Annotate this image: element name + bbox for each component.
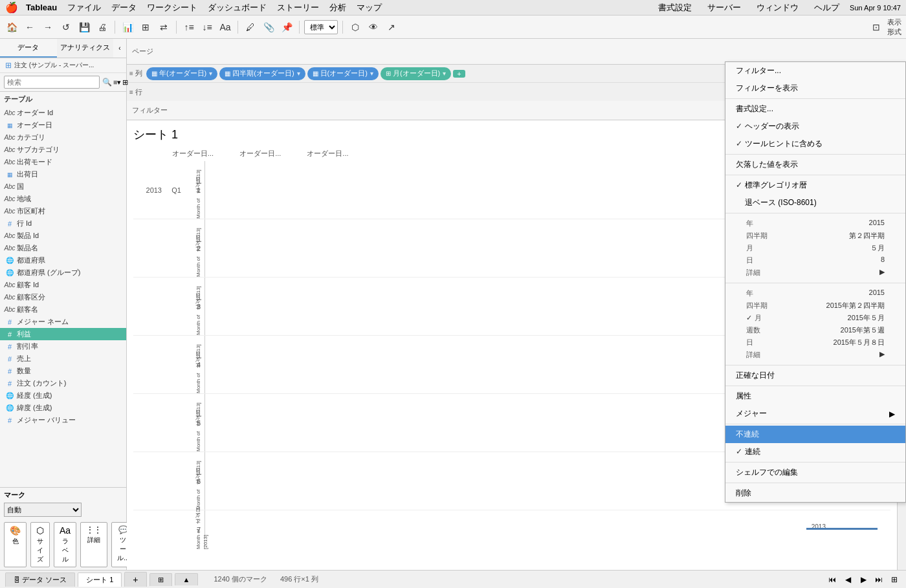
menu-edit-shelf[interactable]: シェルフでの編集: [725, 464, 905, 481]
menu-gregorian[interactable]: ✓標準グレゴリオ暦: [725, 177, 905, 194]
menu-dashboard[interactable]: ダッシュボード: [203, 2, 272, 14]
sidebar-toggle[interactable]: ⊡: [868, 19, 884, 35]
share-btn[interactable]: ⬡: [348, 19, 363, 35]
mark-label-btn[interactable]: Aa ラベル: [54, 522, 76, 567]
refresh-btn[interactable]: ↺: [58, 19, 74, 35]
field-customer-name[interactable]: Abc 顧客名: [0, 303, 126, 316]
col-pill-quarter[interactable]: ▦ 四半期(オーダー日) ▾: [219, 67, 305, 80]
sheet-tab[interactable]: シート 1: [78, 572, 122, 587]
menu-data[interactable]: データ: [106, 2, 142, 14]
field-row-id[interactable]: # 行 Id: [0, 217, 126, 230]
collapse-sidebar-btn[interactable]: ‹: [113, 39, 126, 58]
menu-story[interactable]: ストーリー: [272, 2, 324, 14]
field-profit[interactable]: # 利益: [0, 328, 126, 340]
field-customer-id[interactable]: Abc 顧客 Id: [0, 279, 126, 291]
apple-menu[interactable]: 🍎: [5, 1, 18, 14]
view-btn[interactable]: 👁: [366, 19, 381, 35]
add-sheet-btn[interactable]: +: [124, 572, 146, 587]
field-customer-type[interactable]: Abc 顧客区分: [0, 291, 126, 303]
sort-desc-btn[interactable]: ↓≡: [199, 19, 215, 35]
tab-analytics[interactable]: アナリティクス: [57, 39, 114, 58]
field-order-date[interactable]: ▦ オーダー日: [0, 119, 126, 131]
present-btn[interactable]: ▲: [175, 573, 199, 585]
col-pill-month[interactable]: ⊞ 月(オーダー日) ▾: [381, 67, 451, 80]
field-ship-mode[interactable]: Abc 出荷モード: [0, 156, 126, 168]
menu-iso[interactable]: 退ベース (ISO-8601): [725, 194, 905, 212]
menu-include-tooltip[interactable]: ✓ツールヒントに含める: [725, 135, 905, 153]
menu-file[interactable]: ファイル: [62, 2, 106, 14]
new-sheet-btn[interactable]: 📊: [120, 19, 135, 35]
field-ship-date[interactable]: ▦ 出荷日: [0, 168, 126, 180]
field-longitude[interactable]: 🌐 経度 (生成): [0, 389, 126, 402]
highlight-btn[interactable]: 🖊: [243, 19, 258, 35]
mark-size-btn[interactable]: ⬡ サイズ: [30, 522, 50, 567]
mark-color-btn[interactable]: 🎨 色: [4, 522, 27, 567]
field-category[interactable]: Abc カテゴリ: [0, 131, 126, 144]
menu-help[interactable]: ヘルプ: [809, 2, 845, 14]
search-input[interactable]: [4, 76, 100, 89]
menu-show-missing[interactable]: 欠落した値を表示: [725, 156, 905, 173]
export-btn[interactable]: ↗: [384, 19, 399, 35]
menu-measure[interactable]: メジャー ▶: [725, 405, 905, 422]
field-discount[interactable]: # 割引率: [0, 340, 126, 353]
col-pill-year[interactable]: ▦ 年(オーダー日) ▾: [146, 67, 217, 80]
menu-window[interactable]: ウィンドウ: [751, 2, 804, 14]
menu-tableau[interactable]: Tableau: [21, 3, 62, 12]
data-source-tab[interactable]: 🗄 データ ソース: [5, 572, 75, 587]
format-btn[interactable]: 表示形式: [887, 19, 902, 35]
menu-worksheet[interactable]: ワークシート: [142, 2, 203, 14]
dup-sheet-btn[interactable]: ⊞: [149, 573, 172, 586]
home-btn[interactable]: 🏠: [4, 19, 19, 35]
field-country[interactable]: Abc 国: [0, 180, 126, 193]
fit-dropdown[interactable]: 標準: [304, 20, 338, 34]
annotate-btn[interactable]: 📌: [279, 19, 294, 35]
field-product-id[interactable]: Abc 製品 Id: [0, 230, 126, 242]
view-toggle-icon[interactable]: ⊞: [122, 78, 128, 87]
col-pill-day[interactable]: ▦ 日(オーダー日) ▾: [307, 67, 379, 80]
mark-detail-btn[interactable]: ⋮⋮ 詳細: [80, 522, 107, 567]
add-to-shelf-btn[interactable]: +: [453, 70, 465, 78]
nav-first-btn[interactable]: ⏮: [826, 573, 839, 586]
menu-exact-date[interactable]: 正確な日付: [725, 367, 905, 384]
menu-server[interactable]: サーバー: [702, 2, 746, 14]
forward-btn[interactable]: →: [40, 19, 56, 35]
menu-format[interactable]: 書式設定...: [725, 100, 905, 118]
menu-format[interactable]: 書式設定: [653, 2, 697, 14]
field-sales[interactable]: # 売上: [0, 353, 126, 365]
print-btn[interactable]: 🖨: [94, 19, 110, 35]
data-row-detail2[interactable]: 詳細 ▶: [736, 349, 895, 361]
sort-asc-btn[interactable]: ↑≡: [181, 19, 197, 35]
nav-prev-btn[interactable]: ◀: [841, 573, 854, 586]
dup-btn[interactable]: ⊞: [138, 19, 153, 35]
back-btn[interactable]: ←: [22, 19, 38, 35]
field-measure-name[interactable]: # メジャー ネーム: [0, 316, 126, 328]
swap-btn[interactable]: ⇄: [156, 19, 171, 35]
nav-last-btn[interactable]: ⏭: [872, 573, 885, 586]
field-measure-values[interactable]: # メジャー バリュー: [0, 414, 126, 426]
menu-map[interactable]: マップ: [351, 2, 387, 14]
field-prefecture-group[interactable]: 🌐 都道府県 (グループ): [0, 267, 126, 279]
menu-delete[interactable]: 削除: [725, 485, 905, 502]
field-order-count[interactable]: # 注文 (カウント): [0, 377, 126, 389]
menu-attribute[interactable]: 属性: [725, 387, 905, 405]
nav-next-btn[interactable]: ▶: [857, 573, 870, 586]
field-latitude[interactable]: 🌐 緯度 (生成): [0, 402, 126, 414]
marks-type-select[interactable]: 自動: [4, 503, 82, 517]
field-subcategory[interactable]: Abc サブカテゴリ: [0, 144, 126, 156]
menu-discrete[interactable]: 不連続: [725, 426, 905, 443]
grid-view-btn[interactable]: ⊞: [888, 573, 901, 586]
data-row-detail1[interactable]: 詳細 ▶: [736, 267, 895, 279]
search-icon[interactable]: 🔍: [102, 78, 112, 87]
menu-show-filter[interactable]: フィルターを表示: [725, 80, 905, 97]
menu-continuous[interactable]: ✓連続: [725, 443, 905, 461]
save-btn[interactable]: 💾: [76, 19, 92, 35]
field-order-id[interactable]: Abc オーダー Id: [0, 107, 126, 119]
tooltip-btn[interactable]: 📎: [261, 19, 276, 35]
menu-show-header[interactable]: ✓ヘッダーの表示: [725, 118, 905, 135]
field-city[interactable]: Abc 市区町村: [0, 205, 126, 217]
field-quantity[interactable]: # 数量: [0, 365, 126, 377]
tab-data[interactable]: データ: [0, 39, 57, 58]
menu-analysis[interactable]: 分析: [324, 2, 351, 14]
field-prefecture[interactable]: 🌐 都道府県: [0, 254, 126, 267]
show-labels-btn[interactable]: Aa: [217, 19, 233, 35]
